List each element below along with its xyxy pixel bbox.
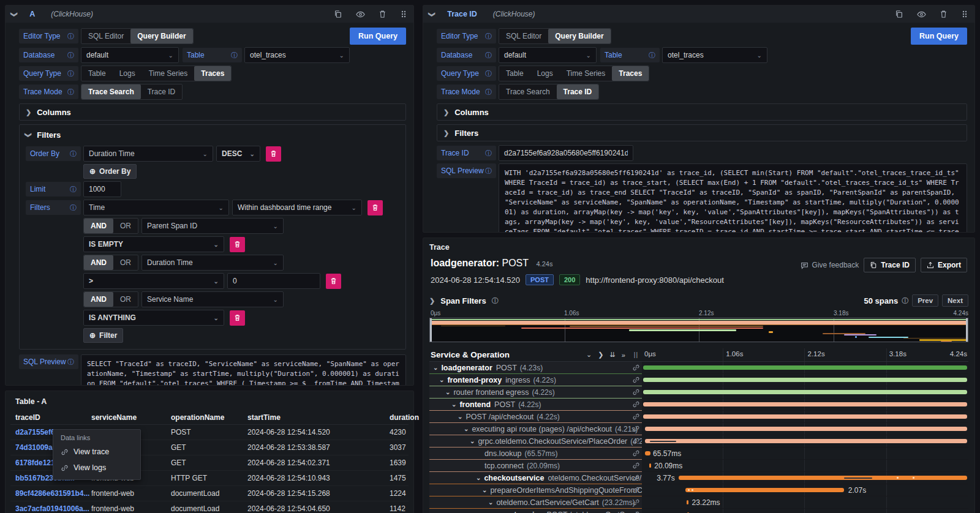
info-icon[interactable]: ⓘ [67,51,74,60]
trace-mode-trace-id[interactable]: Trace ID [141,84,183,99]
info-icon[interactable]: ⓘ [649,51,655,60]
condition-operator-select[interactable]: >⌄ [83,273,224,289]
remove-condition-button[interactable] [230,310,245,326]
span-bar[interactable] [645,427,968,431]
info-icon[interactable]: ⓘ [70,185,77,194]
info-icon[interactable]: ⓘ [67,88,74,97]
editor-type-sql-editor[interactable]: SQL Editor [499,29,548,43]
span-bar[interactable] [643,390,967,394]
span-link-icon[interactable] [632,462,640,470]
col-servicename[interactable]: serviceName [91,413,171,422]
view-logs-link[interactable]: View logs [53,460,140,476]
span-filters-label[interactable]: Span Filters [440,296,486,305]
span-bar[interactable] [687,500,688,504]
chevron-down-icon[interactable]: ⌄ [433,364,438,371]
trace-link[interactable]: 89cf4286e631591b4... [15,489,91,498]
table-select[interactable]: otel_traces⌄ [662,47,767,63]
columns-section-toggle[interactable]: ❯ Columns [19,103,406,121]
col-starttime[interactable]: startTime [247,413,390,422]
col-duration[interactable]: duration [390,413,419,422]
chevron-down-icon[interactable]: ⌄ [445,389,450,395]
condition-field-select[interactable]: Parent Span ID⌄ [141,218,284,234]
and-option[interactable]: AND [84,292,113,307]
view-trace-link[interactable]: View trace [53,444,140,460]
query-type-time-series[interactable]: Time Series [142,66,195,81]
span-link-icon[interactable] [632,376,640,384]
condition-field-select[interactable]: Service Name⌄ [141,291,284,307]
info-icon[interactable]: ⓘ [492,296,499,305]
trace-link[interactable]: 3ac7acfa01941006a... [15,504,91,513]
info-icon[interactable]: ⓘ [485,167,492,176]
query-type-traces[interactable]: Traces [194,66,231,81]
span-link-icon[interactable] [632,498,640,506]
info-icon[interactable]: ⓘ [485,88,492,97]
span-bar[interactable] [685,488,844,492]
span-bar[interactable] [645,451,650,455]
span-name[interactable]: ⌄ cartservice POST /oteldemo.CartService… [429,509,642,513]
editor-type-query-builder[interactable]: Query Builder [130,29,192,43]
condition-value-input[interactable] [227,273,320,289]
drag-handle-icon[interactable] [400,10,407,18]
span-name[interactable]: ⌄ prepareOrderItemsAndShippingQuoteFromC… [429,484,642,496]
span-link-icon[interactable] [632,400,640,408]
span-name[interactable]: ⌄ executing api route (pages) /api/check… [429,423,642,435]
and-option[interactable]: AND [84,255,113,270]
span-name[interactable]: tcp.connect(20.09ms) [429,460,642,472]
collapse-query-icon[interactable]: ❯ [428,11,436,17]
info-icon[interactable]: ⓘ [902,296,908,305]
trace-mode-trace-search[interactable]: Trace Search [499,84,557,99]
span-name[interactable]: ⌄ grpc.oteldemo.CheckoutService/PlaceOrd… [429,435,642,447]
span-name[interactable]: dns.lookup(65.57ms) [429,447,642,460]
span-name[interactable]: ⌄ router frontend egress(4.22s) [429,386,642,399]
filter-field-select[interactable]: Time⌄ [83,200,229,215]
span-bar[interactable] [643,378,968,382]
span-link-icon[interactable] [632,474,640,482]
chevron-down-icon[interactable]: ⌄ [439,376,444,383]
span-link-icon[interactable] [632,425,640,433]
prev-button[interactable]: Prev [912,294,938,307]
chevron-down-icon[interactable]: ⌄ [488,499,493,506]
span-link-icon[interactable] [632,486,640,494]
filter-value-select[interactable]: Within dashboard time range⌄ [232,200,362,215]
info-icon[interactable]: ⓘ [67,69,74,78]
query-type-traces[interactable]: Traces [612,66,649,81]
collapse-query-icon[interactable]: ❯ [10,11,18,17]
query-a-header[interactable]: ❯ A (ClickHouse) [6,6,413,23]
span-name[interactable]: ⌄ frontend-proxy ingress(4.22s) [429,374,642,386]
chevron-down-icon[interactable]: ⌄ [451,401,456,408]
info-icon[interactable]: ⓘ [70,149,77,159]
order-by-field-select[interactable]: Duration Time⌄ [83,146,213,162]
query-type-time-series[interactable]: Time Series [560,66,612,81]
run-query-button[interactable]: Run Query [350,28,406,45]
trace-id-button[interactable]: Trace ID [864,258,916,272]
condition-field-select[interactable]: Duration Time⌄ [141,255,284,271]
chevron-right-icon[interactable]: ❯ [429,297,435,305]
query-traceid-header[interactable]: ❯ Trace ID (ClickHouse) [423,6,974,23]
hide-query-icon[interactable] [356,10,365,19]
database-select[interactable]: default⌄ [499,47,597,63]
delete-query-icon[interactable] [940,10,948,18]
span-link-icon[interactable] [632,364,640,372]
expand-all-icon[interactable]: » [622,351,625,359]
minimap-right-handle[interactable] [966,318,968,342]
expand-one-icon[interactable]: ❯ [598,351,603,359]
give-feedback-button[interactable]: Give feedback [801,261,859,269]
remove-order-by-button[interactable] [266,146,281,162]
hide-query-icon[interactable] [917,10,926,19]
info-icon[interactable]: ⓘ [485,69,492,78]
trace-mode-trace-id[interactable]: Trace ID [557,84,599,99]
delete-query-icon[interactable] [379,10,386,18]
col-traceid[interactable]: traceID [15,413,91,422]
duplicate-query-icon[interactable] [334,10,342,18]
or-option[interactable]: OR [113,219,138,233]
drag-handle-icon[interactable] [961,10,968,18]
span-name[interactable]: ⌄ loadgenerator POST(4.23s) [429,362,642,374]
limit-input[interactable] [83,181,121,197]
columns-section-toggle[interactable]: ❯ Columns [437,103,967,121]
chevron-down-icon[interactable]: ⌄ [476,474,481,481]
chevron-down-icon[interactable]: ⌄ [482,487,487,493]
and-option[interactable]: AND [84,219,113,233]
run-query-button[interactable]: Run Query [911,28,967,45]
or-option[interactable]: OR [113,255,138,270]
info-icon[interactable]: ⓘ [231,51,238,60]
